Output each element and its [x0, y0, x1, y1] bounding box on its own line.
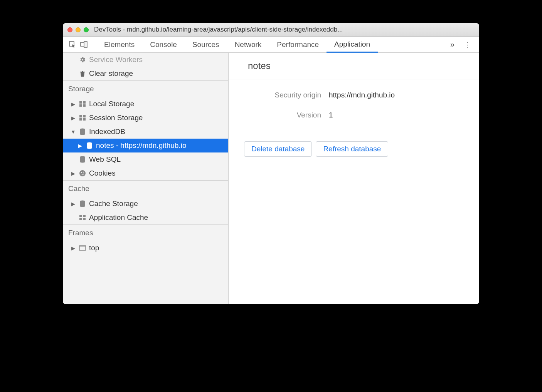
chevron-right-icon: ▶: [71, 101, 76, 107]
chevron-down-icon: ▼: [71, 129, 76, 135]
chevron-right-icon: ▶: [77, 143, 83, 149]
version-label: Version: [244, 111, 321, 119]
svg-point-17: [82, 174, 83, 175]
sidebar-section-cache: Cache: [63, 181, 228, 197]
sidebar-item-cookies[interactable]: ▶ Cookies: [63, 166, 228, 180]
sidebar: ▶ Service Workers ▶ Clear storage Storag…: [63, 53, 229, 304]
panel-title: notes: [229, 53, 479, 79]
security-origin-label: Security origin: [244, 91, 321, 99]
panel-details: Security origin https://mdn.github.io Ve…: [229, 79, 479, 131]
sidebar-item-top-frame[interactable]: ▶ top: [63, 241, 228, 255]
minimize-window-button[interactable]: [76, 27, 81, 32]
sidebar-item-clear-storage[interactable]: ▶ Clear storage: [63, 67, 228, 80]
database-icon: [85, 142, 94, 149]
tree-label: Application Cache: [89, 213, 148, 222]
tree-label: Local Storage: [89, 100, 134, 108]
titlebar: DevTools - mdn.github.io/learning-area/j…: [63, 23, 479, 37]
sidebar-item-cache-storage[interactable]: ▶ Cache Storage: [63, 197, 228, 211]
panel-actions: Delete database Refresh database: [229, 131, 479, 167]
tree-label: top: [89, 244, 99, 252]
delete-database-button[interactable]: Delete database: [244, 141, 312, 157]
tab-application[interactable]: Application: [327, 37, 378, 53]
svg-point-18: [83, 174, 84, 175]
svg-rect-3: [79, 101, 82, 104]
database-icon: [78, 200, 87, 207]
tab-network[interactable]: Network: [227, 37, 269, 52]
more-tabs-chevron-icon[interactable]: »: [445, 40, 460, 49]
chevron-right-icon: ▶: [71, 171, 76, 176]
database-icon: [78, 128, 87, 135]
svg-rect-2: [84, 42, 87, 47]
window-controls: [67, 27, 89, 32]
gear-icon: [78, 56, 87, 63]
tab-console[interactable]: Console: [142, 37, 185, 52]
svg-rect-10: [83, 118, 86, 121]
tree-label: Web SQL: [89, 155, 121, 164]
svg-rect-23: [83, 218, 86, 220]
tree-label: notes - https://mdn.github.io: [96, 141, 186, 150]
svg-point-16: [83, 172, 84, 173]
close-window-button[interactable]: [67, 27, 72, 32]
sidebar-item-notes-database[interactable]: ▶ notes - https://mdn.github.io: [63, 139, 228, 152]
frame-icon: [78, 245, 87, 251]
sidebar-item-service-workers[interactable]: ▶ Service Workers: [63, 53, 228, 67]
zoom-window-button[interactable]: [84, 27, 89, 32]
svg-rect-7: [79, 115, 82, 117]
devtools-window: DevTools - mdn.github.io/learning-area/j…: [63, 23, 479, 304]
version-value: 1: [329, 111, 333, 119]
svg-rect-22: [79, 218, 82, 220]
chevron-right-icon: ▶: [71, 115, 76, 121]
svg-rect-21: [83, 215, 86, 217]
tree-label: Session Storage: [89, 114, 143, 122]
grid-icon: [78, 215, 87, 220]
tree-label: Cache Storage: [89, 199, 138, 208]
sidebar-section-frames: Frames: [63, 225, 228, 241]
grid-icon: [78, 115, 87, 121]
chevron-right-icon: ▶: [71, 201, 76, 207]
database-icon: [78, 156, 87, 163]
sidebar-item-application-cache[interactable]: ▶ Application Cache: [63, 211, 228, 224]
cookie-icon: [78, 170, 87, 177]
tree-label: IndexedDB: [89, 127, 125, 136]
tab-sources[interactable]: Sources: [185, 37, 227, 52]
sidebar-item-web-sql[interactable]: ▶ Web SQL: [63, 152, 228, 166]
main-panel: notes Security origin https://mdn.github…: [229, 53, 479, 304]
trash-icon: [78, 70, 87, 77]
security-origin-value: https://mdn.github.io: [329, 91, 395, 99]
svg-rect-20: [79, 215, 82, 217]
device-toolbar-icon[interactable]: [78, 39, 90, 50]
tab-performance[interactable]: Performance: [269, 37, 327, 52]
tree-label: Service Workers: [89, 55, 143, 64]
settings-kebab-icon[interactable]: ⋮: [460, 40, 475, 49]
sidebar-item-local-storage[interactable]: ▶ Local Storage: [63, 97, 228, 111]
svg-point-14: [79, 170, 86, 176]
svg-rect-5: [79, 104, 82, 107]
chevron-right-icon: ▶: [71, 245, 76, 251]
tab-elements[interactable]: Elements: [96, 37, 142, 52]
window-title: DevTools - mdn.github.io/learning-area/j…: [94, 26, 343, 34]
grid-icon: [78, 101, 87, 107]
svg-rect-8: [83, 115, 86, 117]
refresh-database-button[interactable]: Refresh database: [316, 141, 388, 157]
sidebar-section-storage: Storage: [63, 81, 228, 97]
toolbar-divider: [93, 40, 93, 50]
sidebar-item-indexeddb[interactable]: ▼ IndexedDB: [63, 125, 228, 139]
tree-label: Cookies: [89, 169, 116, 178]
inspect-element-icon[interactable]: [67, 39, 78, 50]
svg-rect-4: [83, 101, 86, 104]
devtools-toolbar: Elements Console Sources Network Perform…: [63, 37, 479, 53]
sidebar-item-session-storage[interactable]: ▶ Session Storage: [63, 111, 228, 125]
svg-point-15: [81, 172, 82, 173]
tree-label: Clear storage: [89, 69, 133, 78]
svg-rect-9: [79, 118, 82, 121]
svg-rect-6: [83, 104, 86, 107]
svg-rect-24: [79, 246, 86, 250]
